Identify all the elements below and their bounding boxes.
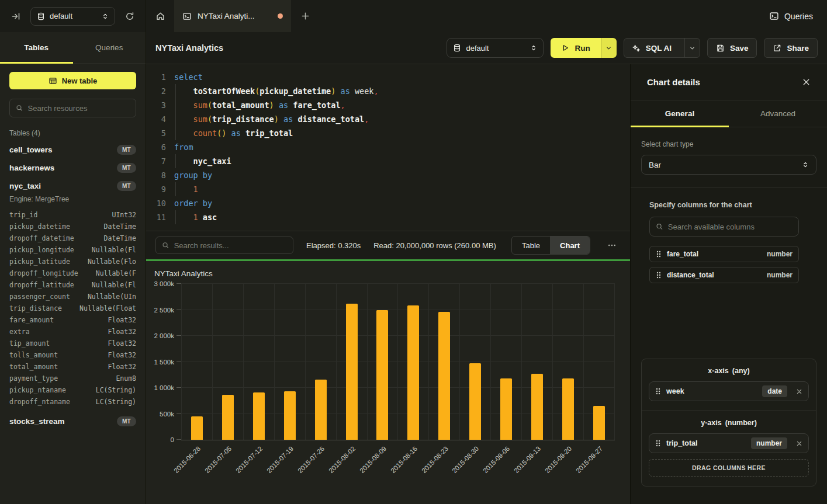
- remove-y-column-button[interactable]: [796, 440, 802, 447]
- database-selector[interactable]: default: [30, 7, 115, 26]
- columns-search[interactable]: [649, 217, 799, 237]
- tab-nytaxi-analytics[interactable]: NYTaxi Analyti...: [174, 0, 291, 32]
- chart-bar[interactable]: [376, 310, 388, 440]
- chart-bar[interactable]: [562, 378, 574, 440]
- home-button[interactable]: [146, 0, 174, 32]
- sidebar-search[interactable]: [9, 99, 136, 117]
- sql-token: total_amount: [212, 100, 269, 110]
- column-name: tip_amount: [9, 338, 50, 349]
- columns-search-input[interactable]: [668, 223, 793, 231]
- chart-bar[interactable]: [407, 305, 419, 440]
- chart-type-select[interactable]: Bar: [641, 155, 816, 175]
- new-table-button[interactable]: New table: [9, 72, 136, 89]
- database-icon: [37, 12, 45, 20]
- table-engine-badge: MT: [117, 416, 136, 426]
- close-panel-button[interactable]: [802, 78, 811, 86]
- drag-columns-dropzone[interactable]: DRAG COLUMNS HERE: [649, 459, 809, 477]
- sql-ai-button[interactable]: SQL AI: [624, 39, 679, 57]
- column-name: total_amount: [9, 361, 58, 373]
- y-axis-tick: [177, 387, 181, 388]
- sql-token: distance_total: [297, 114, 364, 124]
- table-row[interactable]: stocks_streamMT: [0, 412, 146, 430]
- tab-general[interactable]: General: [631, 100, 729, 127]
- drag-handle-icon[interactable]: [655, 439, 661, 447]
- code-line: 9 1: [151, 182, 630, 196]
- chart-category-cell: 2015-08-30: [459, 284, 490, 440]
- table-column: dropoff_longitudeNullable(F: [9, 267, 136, 279]
- new-tab-button[interactable]: [291, 0, 319, 32]
- save-button[interactable]: Save: [707, 38, 757, 58]
- drag-handle-icon[interactable]: [656, 250, 662, 258]
- column-type: Float32: [103, 314, 136, 326]
- run-options-button[interactable]: [601, 38, 617, 58]
- column-type: LC(String): [91, 384, 136, 396]
- line-number: 9: [151, 182, 166, 196]
- table-row[interactable]: cell_towersMT: [0, 141, 146, 159]
- chart-bar[interactable]: [469, 363, 481, 440]
- column-name: pickup_ntaname: [9, 384, 66, 396]
- chart-bar[interactable]: [222, 395, 234, 440]
- chart-category-cell: 2015-08-09: [367, 284, 398, 440]
- queries-menu-button[interactable]: Queries: [755, 0, 827, 32]
- y-axis-column-chip[interactable]: trip_total number: [649, 433, 809, 453]
- chart-bar[interactable]: [346, 304, 358, 440]
- sql-editor[interactable]: 1select2 toStartOfWeek(pickup_datetime) …: [146, 64, 630, 231]
- table-row[interactable]: nyc_taxiMT: [0, 177, 146, 195]
- results-toolbar: Elapsed: 0.320s Read: 20,000,000 rows (2…: [146, 231, 630, 259]
- table-column: payment_typeEnum8: [9, 373, 136, 384]
- chevron-down-icon: [689, 45, 695, 51]
- results-search-input[interactable]: [174, 241, 287, 250]
- table-column: tolls_amountFloat32: [9, 349, 136, 361]
- view-toggle-chart[interactable]: Chart: [550, 237, 590, 254]
- chart-bar[interactable]: [593, 406, 605, 440]
- column-name: pickup_datetime: [9, 221, 70, 232]
- y-axis-tick-label: 1 500k: [154, 359, 174, 366]
- code-line: 11 1 asc: [151, 210, 630, 224]
- tab-advanced[interactable]: Advanced: [729, 100, 827, 127]
- available-column-type: number: [767, 271, 793, 279]
- chart-bar[interactable]: [253, 392, 265, 440]
- toolbar: default Run: [447, 38, 818, 58]
- drag-handle-icon[interactable]: [656, 271, 662, 279]
- chart-category-cell: 2015-07-12: [243, 284, 274, 440]
- chart-bar[interactable]: [500, 378, 512, 440]
- results-more-button[interactable]: [603, 237, 621, 254]
- table-engine-badge: MT: [117, 181, 136, 191]
- sidebar-search-input[interactable]: [28, 104, 130, 113]
- chart-bar[interactable]: [284, 391, 296, 440]
- terminal-icon: [182, 12, 192, 21]
- drag-handle-icon[interactable]: [655, 387, 661, 395]
- indent-guide: [175, 98, 176, 112]
- sidebar-tab-queries[interactable]: Queries: [73, 32, 146, 63]
- code-text: group by: [174, 168, 630, 182]
- refresh-button[interactable]: [121, 8, 139, 25]
- chart-bar[interactable]: [438, 312, 450, 440]
- close-icon: [796, 440, 802, 447]
- available-column-chip[interactable]: distance_totalnumber: [649, 267, 799, 283]
- collapse-sidebar-button[interactable]: [7, 8, 25, 25]
- share-button[interactable]: Share: [764, 38, 818, 58]
- column-type: Nullable(UIn: [83, 291, 136, 303]
- x-axis-column-chip[interactable]: week date: [649, 381, 809, 401]
- code-text: 1 asc: [174, 210, 630, 224]
- chart-bar[interactable]: [315, 380, 327, 440]
- sidebar-tab-tables[interactable]: Tables: [0, 32, 73, 63]
- column-name: passenger_count: [9, 291, 70, 303]
- sql-token: from: [174, 142, 193, 152]
- y-axis-tick: [177, 413, 181, 414]
- line-number: 11: [151, 210, 166, 224]
- sql-token: [226, 128, 231, 138]
- table-row[interactable]: hackernewsMT: [0, 159, 146, 177]
- chart-category-cell: 2015-07-05: [212, 284, 243, 440]
- bar-chart-plot[interactable]: 0500k1 000k1 500k2 000k2 500k3 000k2015-…: [181, 284, 615, 440]
- run-button[interactable]: Run: [551, 38, 600, 58]
- chart-bar[interactable]: [191, 416, 203, 440]
- results-search[interactable]: [155, 237, 293, 254]
- sql-ai-options-button[interactable]: [684, 39, 700, 57]
- chart-category-cell: 2015-06-28: [181, 284, 212, 440]
- remove-x-column-button[interactable]: [796, 388, 802, 395]
- toolbar-database-selector[interactable]: default: [447, 38, 544, 58]
- view-toggle-table[interactable]: Table: [512, 237, 550, 254]
- chart-bar[interactable]: [531, 374, 543, 440]
- available-column-chip[interactable]: fare_totalnumber: [649, 246, 799, 262]
